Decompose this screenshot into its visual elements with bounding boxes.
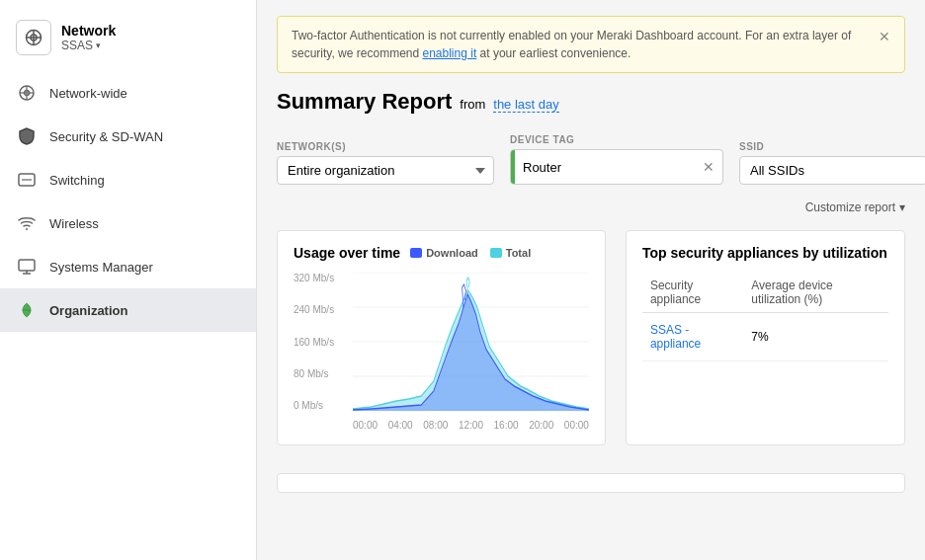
network-wide-icon [16, 82, 38, 104]
y-label-240: 240 Mb/s [294, 304, 334, 315]
y-label-80: 80 Mb/s [294, 368, 334, 379]
sidebar-item-systems-manager[interactable]: Systems Manager [0, 245, 256, 288]
x-label-1600: 16:00 [494, 420, 519, 431]
sidebar-item-switching-label: Switching [49, 173, 105, 188]
networks-label: NETWORK(S) [277, 141, 494, 152]
svg-rect-11 [19, 260, 35, 271]
chart-legend: Download Total [410, 247, 531, 259]
appliance-name-cell: SSAS - appliance [642, 313, 743, 361]
banner-link[interactable]: enabling it [423, 46, 477, 60]
legend-download-label: Download [426, 247, 478, 259]
device-tag-input-wrap: ✕ [510, 149, 723, 185]
legend-total-label: Total [506, 247, 531, 259]
page-title-row: Summary Report from the last day [277, 89, 905, 115]
sidebar-item-network-wide[interactable]: Network-wide [0, 71, 256, 115]
network-title: Network [61, 23, 116, 39]
table-row: SSAS - appliance 7% [642, 313, 888, 361]
sidebar-item-security[interactable]: Security & SD-WAN [0, 115, 256, 158]
networks-filter: NETWORK(S) Entire organization [277, 141, 494, 185]
sidebar: Network SSAS ▾ Network-wide [0, 0, 257, 560]
x-label-0400: 04:00 [388, 420, 413, 431]
y-label-0: 0 Mb/s [294, 400, 334, 411]
customize-report-button[interactable]: Customize report ▾ [805, 200, 905, 214]
x-label-0800: 08:00 [423, 420, 448, 431]
customize-row: Customize report ▾ [277, 200, 905, 214]
charts-row: Usage over time Download Total [277, 230, 905, 445]
sidebar-item-systems-manager-label: Systems Manager [49, 260, 153, 275]
banner-text-end: at your earliest convenience. [480, 46, 631, 60]
switching-icon [16, 169, 38, 191]
main-content: Two-factor Authentication is not current… [257, 0, 925, 560]
x-label-1200: 12:00 [459, 420, 483, 431]
sidebar-item-wireless-label: Wireless [49, 216, 99, 231]
date-range-link[interactable]: the last day [493, 97, 559, 113]
2fa-banner: Two-factor Authentication is not current… [277, 16, 905, 73]
col-utilization: Average device utilization (%) [743, 273, 888, 313]
device-tag-label: DEVICE TAG [510, 134, 723, 145]
download-color [410, 248, 422, 258]
sidebar-item-organization[interactable]: Organization [0, 288, 256, 332]
banner-close-icon[interactable]: ✕ [879, 27, 890, 47]
x-label-2000: 20:00 [529, 420, 553, 431]
ssid-input[interactable] [739, 156, 925, 185]
svg-point-10 [26, 228, 28, 230]
y-label-320: 320 Mb/s [294, 273, 334, 283]
device-tag-filter: DEVICE TAG ✕ [510, 134, 723, 185]
wireless-icon [16, 212, 38, 234]
device-tag-input[interactable] [515, 154, 695, 181]
col-security-appliance: Security appliance [642, 273, 743, 313]
ssid-label: SSID [739, 141, 925, 152]
sidebar-nav: Network-wide Security & SD-WAN Switching [0, 71, 256, 332]
customize-report-label: Customize report [805, 200, 895, 214]
sidebar-header: Network SSAS ▾ [0, 8, 256, 71]
chart-yaxis: 320 Mb/s 240 Mb/s 160 Mb/s 80 Mb/s 0 Mb/… [294, 273, 334, 411]
usage-chart-card: Usage over time Download Total [277, 230, 606, 445]
scroll-hint [277, 473, 905, 493]
page-title: Summary Report [277, 89, 452, 115]
legend-total: Total [490, 247, 531, 259]
organization-icon [16, 299, 38, 321]
legend-download: Download [410, 247, 478, 259]
security-card-title: Top security appliances by utilization [642, 245, 888, 261]
usage-chart-title: Usage over time Download Total [294, 245, 589, 261]
sidebar-item-switching[interactable]: Switching [0, 158, 256, 201]
utilization-cell: 7% [743, 313, 888, 361]
security-table: Security appliance Average device utiliz… [642, 273, 888, 361]
network-icon [16, 20, 51, 55]
total-color [490, 248, 502, 258]
customize-chevron-icon: ▾ [899, 200, 905, 214]
chart-xaxis: 00:00 04:00 08:00 12:00 16:00 20:00 00:0… [353, 420, 589, 431]
appliance-link[interactable]: SSAS - appliance [650, 323, 701, 351]
sidebar-item-organization-label: Organization [49, 303, 127, 318]
x-label-0000-1: 00:00 [353, 420, 378, 431]
device-tag-clear-icon[interactable]: ✕ [695, 159, 722, 175]
networks-select[interactable]: Entire organization [277, 156, 494, 185]
network-subtitle[interactable]: SSAS ▾ [61, 39, 116, 52]
shield-icon [16, 125, 38, 147]
usage-chart-area: 320 Mb/s 240 Mb/s 160 Mb/s 80 Mb/s 0 Mb/… [294, 273, 589, 431]
security-card: Top security appliances by utilization S… [626, 230, 905, 445]
y-label-160: 160 Mb/s [294, 337, 334, 348]
sidebar-item-network-wide-label: Network-wide [49, 86, 127, 101]
ssid-filter: SSID [739, 141, 925, 185]
chevron-down-icon: ▾ [96, 40, 101, 50]
sidebar-item-wireless[interactable]: Wireless [0, 201, 256, 245]
x-label-0000-2: 00:00 [564, 420, 589, 431]
sidebar-item-security-label: Security & SD-WAN [49, 129, 163, 144]
chart-svg-wrap [353, 273, 589, 411]
from-label: from [460, 97, 485, 112]
systems-manager-icon [16, 256, 38, 278]
filters-row: NETWORK(S) Entire organization DEVICE TA… [277, 134, 905, 185]
